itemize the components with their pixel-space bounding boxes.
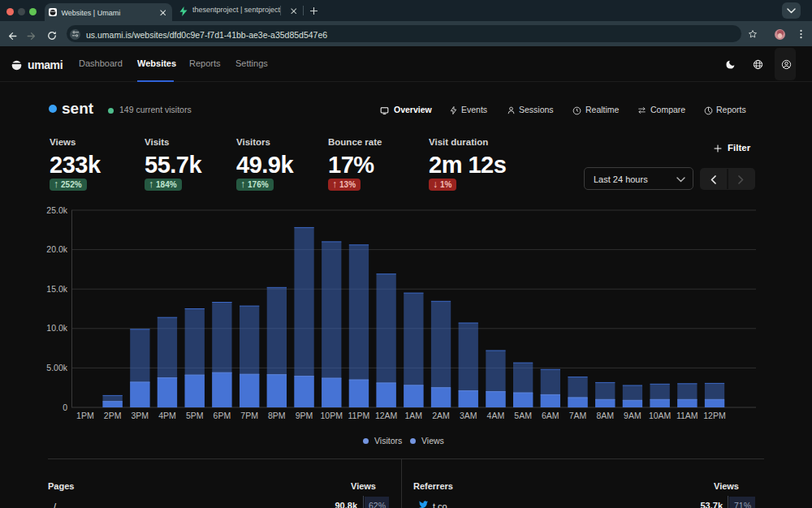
svg-text:2AM: 2AM	[432, 411, 450, 420]
svg-text:10AM: 10AM	[649, 411, 671, 420]
svg-text:7AM: 7AM	[569, 411, 587, 420]
svg-text:1PM: 1PM	[76, 411, 94, 420]
svg-text:4AM: 4AM	[487, 411, 505, 420]
svg-text:6PM: 6PM	[214, 411, 231, 420]
svg-text:10PM: 10PM	[320, 411, 342, 420]
svg-text:9AM: 9AM	[624, 411, 641, 420]
svg-text:2PM: 2PM	[104, 411, 122, 420]
svg-text:9PM: 9PM	[296, 411, 313, 420]
svg-text:6AM: 6AM	[542, 411, 559, 420]
svg-text:25.0k: 25.0k	[46, 205, 67, 215]
svg-text:12AM: 12AM	[375, 411, 397, 420]
svg-text:5.00k: 5.00k	[46, 363, 67, 372]
svg-text:1AM: 1AM	[405, 411, 423, 420]
svg-text:4PM: 4PM	[158, 411, 176, 420]
svg-text:5AM: 5AM	[514, 411, 532, 420]
svg-text:20.0k: 20.0k	[46, 244, 67, 254]
svg-text:3PM: 3PM	[132, 411, 149, 420]
svg-text:3AM: 3AM	[460, 411, 477, 420]
svg-text:8PM: 8PM	[268, 411, 286, 420]
svg-text:8AM: 8AM	[596, 411, 614, 420]
svg-text:12PM: 12PM	[703, 411, 725, 420]
svg-text:11AM: 11AM	[676, 411, 698, 420]
svg-text:7PM: 7PM	[240, 411, 258, 420]
svg-text:10.0k: 10.0k	[46, 323, 67, 333]
svg-text:5PM: 5PM	[186, 411, 204, 420]
svg-text:11PM: 11PM	[348, 411, 370, 420]
svg-text:15.0k: 15.0k	[46, 284, 67, 294]
svg-text:0: 0	[63, 403, 67, 412]
